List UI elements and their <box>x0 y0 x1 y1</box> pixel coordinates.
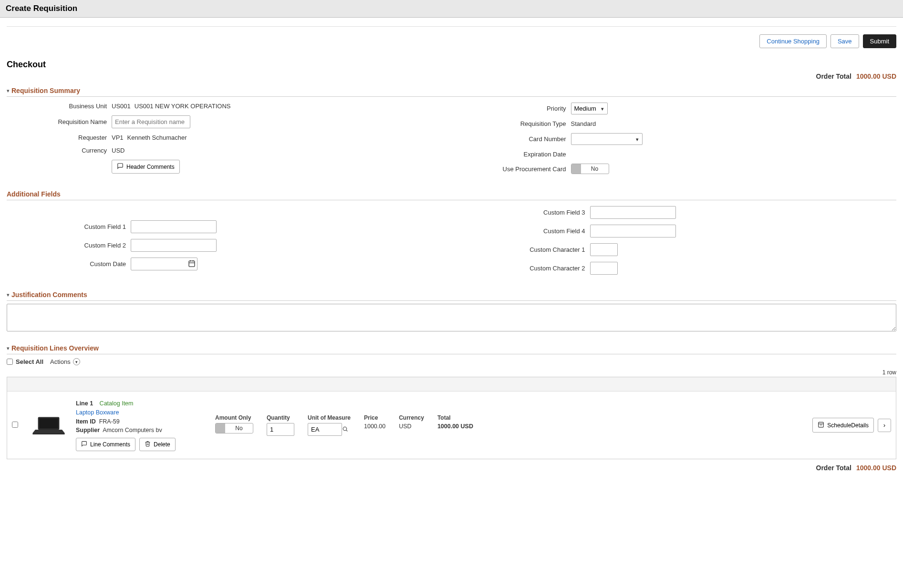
page-title: Create Requisition <box>6 4 897 13</box>
header-comments-label: Header Comments <box>126 164 175 170</box>
use-procurement-card-toggle[interactable]: No <box>571 164 609 174</box>
amount-only-toggle[interactable]: No <box>215 423 253 433</box>
comment-icon <box>81 441 87 448</box>
business-unit-code: US001 <box>112 103 131 110</box>
line-checkbox[interactable] <box>12 422 18 428</box>
checkout-heading: Checkout <box>7 60 46 70</box>
quantity-input[interactable] <box>267 423 294 436</box>
quantity-label: Quantity <box>267 414 294 421</box>
section-header-additional-fields: Additional Fields <box>7 188 896 200</box>
justification-textarea[interactable] <box>7 304 896 331</box>
use-card-value: No <box>581 165 609 172</box>
svg-rect-0 <box>189 261 195 267</box>
lines-table: Line 1 Catalog Item Laptop Boxware Item … <box>7 377 896 459</box>
item-id-value: FRA-59 <box>99 418 120 425</box>
price-label: Price <box>364 414 385 421</box>
svg-rect-10 <box>819 422 824 427</box>
card-number-label: Card Number <box>466 135 571 143</box>
expiration-date-label: Expiration Date <box>466 151 571 158</box>
order-total-label: Order Total <box>816 72 851 80</box>
page-header: Create Requisition <box>0 0 903 18</box>
currency-value: USD <box>112 147 125 154</box>
custom-char-1-label: Custom Character 1 <box>466 246 590 253</box>
requisition-type-value: Standard <box>571 120 596 127</box>
card-number-select[interactable] <box>571 133 643 145</box>
requisition-name-label: Requisition Name <box>7 118 112 125</box>
custom-field-4-label: Custom Field 4 <box>466 227 590 235</box>
footer-order-total: Order Total 1000.00 USD <box>7 459 896 481</box>
product-thumbnail <box>27 411 70 440</box>
footer-order-total-label: Order Total <box>816 464 851 472</box>
custom-field-1-label: Custom Field 1 <box>7 223 131 230</box>
delete-line-button[interactable]: Delete <box>139 438 176 451</box>
expand-line-button[interactable]: › <box>878 419 891 432</box>
section-header-lines-overview[interactable]: ▾ Requisition Lines Overview <box>7 342 896 354</box>
custom-field-3-label: Custom Field 3 <box>466 209 590 216</box>
svg-rect-7 <box>32 433 64 434</box>
action-buttons-row: Continue Shopping Save Submit <box>7 26 896 53</box>
total-value: 1000.00 USD <box>437 423 473 430</box>
requisition-type-label: Requisition Type <box>466 120 571 127</box>
schedule-icon <box>818 421 824 429</box>
chevron-down-icon: ▾ <box>7 345 10 351</box>
product-name-link[interactable]: Laptop Boxware <box>76 409 119 416</box>
comment-icon <box>117 163 124 171</box>
uom-label: Unit of Measure <box>308 414 351 421</box>
custom-char-1-input[interactable] <box>590 243 618 256</box>
requester-label: Requester <box>7 134 112 141</box>
schedule-details-button[interactable]: ScheduleDetails <box>812 418 874 433</box>
chevron-down-icon: ▾ <box>7 292 10 298</box>
custom-date-input[interactable] <box>131 258 197 270</box>
order-total: Order Total 1000.00 USD <box>7 72 896 80</box>
line-currency-label: Currency <box>399 414 424 421</box>
section-header-justification[interactable]: ▾ Justification Comments <box>7 289 896 301</box>
catalog-item-badge: Catalog Item <box>100 400 134 407</box>
line-number: Line 1 <box>76 400 93 407</box>
actions-label: Actions <box>50 358 71 365</box>
priority-select[interactable]: Medium <box>571 103 608 114</box>
section-title: Additional Fields <box>7 190 61 198</box>
section-title: Requisition Lines Overview <box>11 344 99 352</box>
select-all-checkbox[interactable] <box>7 359 13 365</box>
search-icon[interactable] <box>342 426 348 433</box>
use-card-label: Use Procurement Card <box>466 165 571 173</box>
chevron-down-icon: ▾ <box>7 88 10 94</box>
custom-date-label: Custom Date <box>7 260 131 268</box>
requester-id: VP1 <box>112 134 124 141</box>
custom-field-3-input[interactable] <box>590 206 676 219</box>
calendar-icon[interactable] <box>188 259 196 268</box>
line-currency-value: USD <box>399 423 424 430</box>
custom-char-2-input[interactable] <box>590 262 618 275</box>
svg-point-8 <box>343 427 347 431</box>
section-header-requisition-summary[interactable]: ▾ Requisition Summary <box>7 85 896 97</box>
order-total-value: 1000.00 USD <box>856 72 896 80</box>
section-title: Requisition Summary <box>11 87 80 94</box>
header-comments-button[interactable]: Header Comments <box>112 160 180 174</box>
continue-shopping-button[interactable]: Continue Shopping <box>759 34 827 48</box>
submit-button[interactable]: Submit <box>863 34 896 48</box>
requester-name: Kenneth Schumacher <box>127 134 187 141</box>
uom-input[interactable] <box>308 423 342 436</box>
custom-field-4-input[interactable] <box>590 225 676 237</box>
item-id-label: Item ID <box>76 418 96 425</box>
line-comments-label: Line Comments <box>90 441 130 448</box>
custom-field-2-label: Custom Field 2 <box>7 242 131 249</box>
row-count: 1 row <box>7 369 896 376</box>
chevron-right-icon: › <box>883 422 885 429</box>
line-comments-button[interactable]: Line Comments <box>76 438 135 451</box>
requisition-name-input[interactable] <box>112 115 190 128</box>
custom-field-1-input[interactable] <box>131 220 217 233</box>
custom-char-2-label: Custom Character 2 <box>466 265 590 272</box>
delete-label: Delete <box>154 441 170 448</box>
schedule-details-label: ScheduleDetails <box>827 422 869 429</box>
save-button[interactable]: Save <box>830 34 859 48</box>
footer-order-total-value: 1000.00 USD <box>856 464 896 472</box>
select-all-label: Select All <box>16 358 43 365</box>
supplier-label: Supplier <box>76 427 100 433</box>
svg-marker-6 <box>32 430 64 433</box>
custom-field-2-input[interactable] <box>131 239 217 252</box>
supplier-value: Amcorn Computers bv <box>103 427 162 433</box>
amount-only-value: No <box>225 425 253 432</box>
actions-dropdown[interactable]: Actions ▾ <box>50 358 80 365</box>
chevron-down-icon: ▾ <box>73 358 80 365</box>
